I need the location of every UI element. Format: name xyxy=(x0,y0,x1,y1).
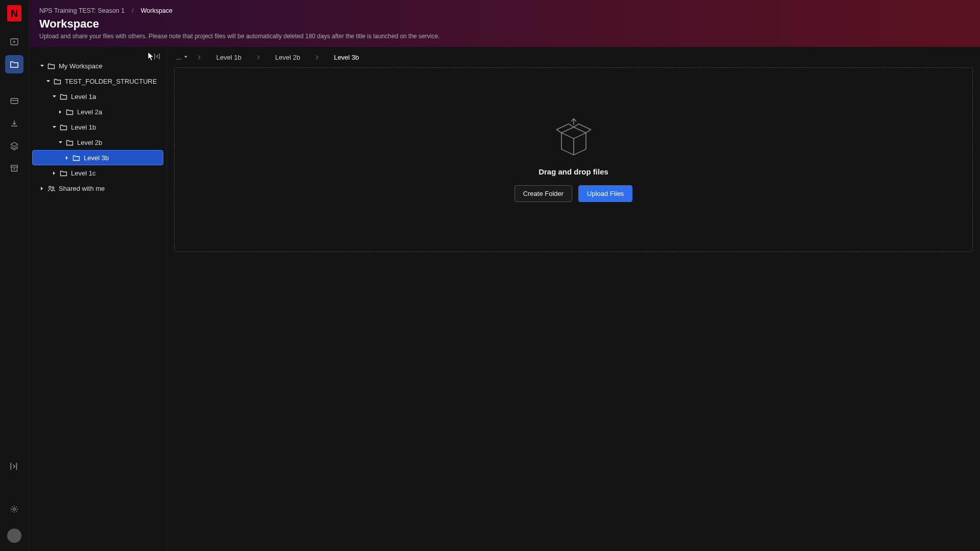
caret-right-icon[interactable] xyxy=(52,170,57,176)
rail-item-archive[interactable] xyxy=(5,159,23,178)
breadcrumb-root[interactable]: NPS Training TEST: Season 1 xyxy=(39,7,125,14)
tree-label: Level 2b xyxy=(77,139,102,146)
caret-down-icon[interactable] xyxy=(58,140,63,145)
breadcrumb-current: Workspace xyxy=(141,7,173,14)
folder-icon xyxy=(72,154,80,162)
collapse-tree-button[interactable] xyxy=(152,51,162,61)
caret-right-icon[interactable] xyxy=(39,186,45,191)
people-icon xyxy=(47,185,55,192)
tree-shared-with-me[interactable]: Shared with me xyxy=(32,181,163,196)
tree-level-2a[interactable]: Level 2a xyxy=(32,104,163,119)
tree-label: Level 2a xyxy=(77,108,102,116)
caret-right-icon[interactable] xyxy=(64,155,70,161)
caret-down-icon[interactable] xyxy=(45,79,51,84)
breadcrumb-level-3b: Level 3b xyxy=(325,54,368,61)
caret-right-icon[interactable] xyxy=(58,109,63,115)
rail-item-downloads[interactable] xyxy=(5,114,23,133)
chevron-right-icon xyxy=(192,55,207,60)
nav-rail: N xyxy=(0,0,29,551)
create-folder-button[interactable]: Create Folder xyxy=(514,185,572,202)
upload-files-button[interactable]: Upload Files xyxy=(578,185,632,202)
tree-label: My Workspace xyxy=(59,62,103,70)
folder-icon xyxy=(47,62,55,70)
folder-icon xyxy=(60,123,67,131)
tree-folder-structure[interactable]: TEST_FOLDER_STRUCTURE xyxy=(32,73,163,89)
dropzone-title: Drag and drop files xyxy=(538,167,608,176)
tree-level-1b[interactable]: Level 1b xyxy=(32,119,163,135)
user-avatar[interactable] xyxy=(7,529,21,543)
caret-down-icon[interactable] xyxy=(39,63,45,69)
folder-icon xyxy=(60,93,67,101)
breadcrumb-separator: / xyxy=(132,7,133,14)
tree-label: TEST_FOLDER_STRUCTURE xyxy=(65,78,157,85)
rail-item-billing[interactable] xyxy=(5,92,23,110)
tree-label: Level 3b xyxy=(84,154,109,162)
tree-level-2b[interactable]: Level 2b xyxy=(32,135,163,150)
header-breadcrumb: NPS Training TEST: Season 1 / Workspace xyxy=(39,7,970,14)
tree-label: Level 1a xyxy=(71,93,96,101)
chevron-right-icon xyxy=(251,55,266,60)
rail-item-media[interactable] xyxy=(5,33,23,51)
folder-icon xyxy=(54,78,61,85)
page-subtitle: Upload and share your files with others.… xyxy=(39,33,970,40)
caret-down-icon xyxy=(184,55,188,59)
path-breadcrumb: ... Level 1b Level 2b Level 3b xyxy=(167,47,980,67)
rail-expand[interactable] xyxy=(5,457,23,475)
file-dropzone[interactable]: Drag and drop files Create Folder Upload… xyxy=(174,67,973,252)
page-title: Workspace xyxy=(39,17,970,31)
rail-item-layers[interactable] xyxy=(5,137,23,155)
folder-icon xyxy=(66,139,74,146)
tree-label: Shared with me xyxy=(59,185,105,192)
folder-icon xyxy=(60,169,67,177)
tree-my-workspace[interactable]: My Workspace xyxy=(32,58,163,73)
rail-settings[interactable] xyxy=(5,500,23,518)
caret-down-icon[interactable] xyxy=(52,94,57,99)
breadcrumb-overflow[interactable]: ... xyxy=(172,54,192,61)
breadcrumb-level-2b[interactable]: Level 2b xyxy=(266,54,309,61)
rail-item-workspace[interactable] xyxy=(5,55,23,73)
tree-level-1a[interactable]: Level 1a xyxy=(32,89,163,104)
breadcrumb-level-1b[interactable]: Level 1b xyxy=(207,54,251,61)
tree-level-1c[interactable]: Level 1c xyxy=(32,165,163,181)
tree-level-3b[interactable]: Level 3b xyxy=(32,150,163,165)
tree-label: Level 1b xyxy=(71,123,96,131)
open-box-icon xyxy=(553,117,594,158)
tree-label: Level 1c xyxy=(71,169,95,177)
page-header: NPS Training TEST: Season 1 / Workspace … xyxy=(29,0,980,47)
chevron-right-icon xyxy=(309,55,325,60)
folder-tree-panel: My Workspace TEST_FOLDER_STRUCTURE Level… xyxy=(29,47,167,551)
content-area: ... Level 1b Level 2b Level 3b xyxy=(167,47,980,551)
caret-down-icon[interactable] xyxy=(52,124,57,130)
folder-icon xyxy=(66,108,74,116)
app-logo[interactable]: N xyxy=(7,5,21,21)
